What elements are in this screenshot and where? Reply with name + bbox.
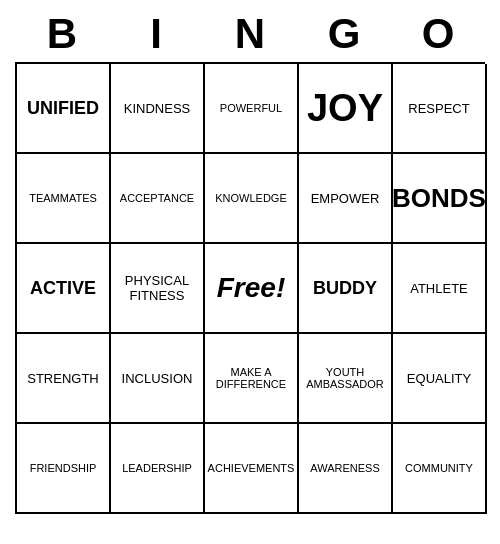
cell-text-2-2: Free! bbox=[217, 272, 285, 304]
cell-text-4-3: AWARENESS bbox=[310, 462, 379, 474]
cell-2-3: BUDDY bbox=[299, 244, 393, 334]
cell-1-3: EMPOWER bbox=[299, 154, 393, 244]
cell-0-4: RESPECT bbox=[393, 64, 487, 154]
cell-text-2-1: PHYSICAL FITNESS bbox=[115, 273, 199, 303]
cell-text-3-4: EQUALITY bbox=[407, 371, 471, 386]
bingo-header: BINGO bbox=[15, 10, 485, 58]
cell-text-3-2: MAKE A DIFFERENCE bbox=[209, 366, 293, 390]
cell-text-4-0: FRIENDSHIP bbox=[30, 462, 97, 474]
cell-1-1: ACCEPTANCE bbox=[111, 154, 205, 244]
cell-text-4-1: LEADERSHIP bbox=[122, 462, 192, 474]
cell-text-4-2: ACHIEVEMENTS bbox=[208, 462, 295, 474]
cell-2-1: PHYSICAL FITNESS bbox=[111, 244, 205, 334]
cell-4-2: ACHIEVEMENTS bbox=[205, 424, 299, 514]
cell-3-0: STRENGTH bbox=[17, 334, 111, 424]
cell-3-4: EQUALITY bbox=[393, 334, 487, 424]
cell-1-2: KNOWLEDGE bbox=[205, 154, 299, 244]
bingo-grid: UNIFIEDKINDNESSPOWERFULJOYRESPECTTEAMMAT… bbox=[15, 62, 485, 514]
cell-text-1-1: ACCEPTANCE bbox=[120, 192, 194, 204]
cell-text-3-0: STRENGTH bbox=[27, 371, 99, 386]
cell-text-1-0: TEAMMATES bbox=[29, 192, 97, 204]
cell-3-3: YOUTH AMBASSADOR bbox=[299, 334, 393, 424]
cell-1-0: TEAMMATES bbox=[17, 154, 111, 244]
cell-2-4: ATHLETE bbox=[393, 244, 487, 334]
cell-text-0-0: UNIFIED bbox=[27, 98, 99, 119]
cell-0-0: UNIFIED bbox=[17, 64, 111, 154]
cell-0-1: KINDNESS bbox=[111, 64, 205, 154]
cell-text-1-4: BONDS bbox=[392, 183, 486, 214]
cell-text-1-3: EMPOWER bbox=[311, 191, 380, 206]
cell-text-2-4: ATHLETE bbox=[410, 281, 468, 296]
cell-4-0: FRIENDSHIP bbox=[17, 424, 111, 514]
cell-3-2: MAKE A DIFFERENCE bbox=[205, 334, 299, 424]
cell-text-0-4: RESPECT bbox=[408, 101, 469, 116]
header-letter-n: N bbox=[206, 10, 294, 58]
cell-2-2: Free! bbox=[205, 244, 299, 334]
cell-0-2: POWERFUL bbox=[205, 64, 299, 154]
cell-text-4-4: COMMUNITY bbox=[405, 462, 473, 474]
cell-1-4: BONDS bbox=[393, 154, 487, 244]
cell-text-0-2: POWERFUL bbox=[220, 102, 282, 114]
cell-4-1: LEADERSHIP bbox=[111, 424, 205, 514]
cell-0-3: JOY bbox=[299, 64, 393, 154]
header-letter-b: B bbox=[18, 10, 106, 58]
header-letter-i: I bbox=[112, 10, 200, 58]
cell-text-0-1: KINDNESS bbox=[124, 101, 190, 116]
header-letter-g: G bbox=[300, 10, 388, 58]
cell-text-0-3: JOY bbox=[307, 87, 383, 130]
cell-text-3-3: YOUTH AMBASSADOR bbox=[303, 366, 387, 390]
header-letter-o: O bbox=[394, 10, 482, 58]
cell-text-1-2: KNOWLEDGE bbox=[215, 192, 287, 204]
cell-text-3-1: INCLUSION bbox=[122, 371, 193, 386]
cell-4-3: AWARENESS bbox=[299, 424, 393, 514]
cell-3-1: INCLUSION bbox=[111, 334, 205, 424]
cell-2-0: ACTIVE bbox=[17, 244, 111, 334]
cell-4-4: COMMUNITY bbox=[393, 424, 487, 514]
cell-text-2-3: BUDDY bbox=[313, 278, 377, 299]
cell-text-2-0: ACTIVE bbox=[30, 278, 96, 299]
